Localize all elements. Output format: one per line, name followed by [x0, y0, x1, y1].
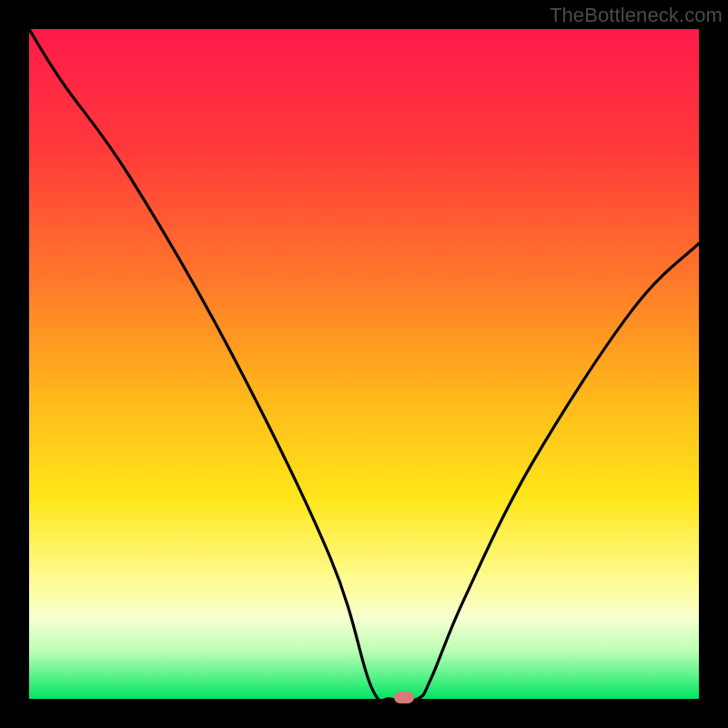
- optimal-marker: [394, 692, 414, 703]
- bottleneck-curve: [29, 29, 699, 699]
- watermark-text: TheBottleneck.com: [550, 4, 723, 27]
- chart-frame: TheBottleneck.com: [0, 0, 728, 728]
- plot-area: [29, 29, 699, 699]
